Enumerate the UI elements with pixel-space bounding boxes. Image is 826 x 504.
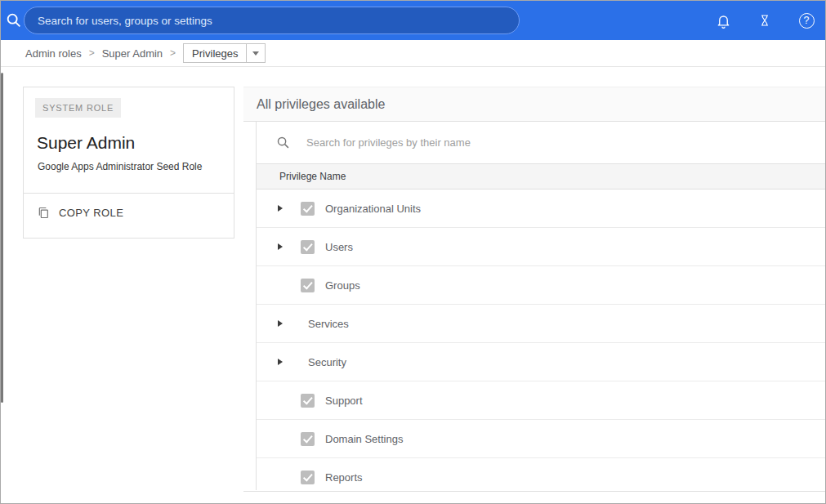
system-role-badge: SYSTEM ROLE xyxy=(35,98,121,118)
privileges-panel: All privileges available Privilege Name … xyxy=(243,87,826,492)
privileges-panel-header: All privileges available xyxy=(243,87,826,122)
admin-console-page: ? Admin roles > Super Admin > Privileges… xyxy=(0,0,826,504)
expand-arrow-icon[interactable] xyxy=(278,205,283,212)
privilege-label: Domain Settings xyxy=(325,433,403,445)
card-divider xyxy=(24,193,234,194)
privilege-checkbox[interactable] xyxy=(301,394,315,408)
chevron-down-icon[interactable] xyxy=(246,44,265,62)
privilege-row: Reports xyxy=(257,458,826,490)
privileges-table: Privilege Name Organizational Units User… xyxy=(256,122,826,490)
search-icon[interactable] xyxy=(5,11,23,29)
privilege-row: Groups xyxy=(257,266,826,305)
privilege-row: Users xyxy=(257,228,826,266)
vertical-scrollbar[interactable] xyxy=(1,73,3,403)
privilege-label: Users xyxy=(325,241,353,253)
privileges-dropdown-label: Privileges xyxy=(184,44,246,62)
privilege-label: Support xyxy=(325,395,363,407)
privilege-row: Organizational Units xyxy=(257,190,826,228)
help-glyph: ? xyxy=(804,15,810,26)
role-card: SYSTEM ROLE Super Admin Google Apps Admi… xyxy=(23,87,234,239)
notifications-bell-icon[interactable] xyxy=(712,10,734,31)
copy-role-button[interactable]: COPY ROLE xyxy=(37,206,123,220)
privilege-row: Services xyxy=(257,305,826,343)
privilege-checkbox[interactable] xyxy=(301,279,315,292)
copy-role-label: COPY ROLE xyxy=(59,207,123,219)
privilege-label: Security xyxy=(308,356,346,368)
privilege-label: Services xyxy=(308,318,349,330)
top-app-bar: ? xyxy=(1,1,825,40)
copy-icon xyxy=(37,206,50,220)
privilege-label: Groups xyxy=(325,279,360,292)
expand-arrow-icon[interactable] xyxy=(278,320,283,327)
topbar-icons: ? xyxy=(712,1,817,40)
privilege-name-column-header: Privilege Name xyxy=(257,163,826,190)
role-subtitle: Google Apps Administrator Seed Role xyxy=(38,161,202,172)
privileges-search-input[interactable] xyxy=(306,136,650,149)
breadcrumb-admin-roles[interactable]: Admin roles xyxy=(25,47,82,60)
search-icon xyxy=(276,136,290,149)
expand-arrow-icon[interactable] xyxy=(278,359,283,365)
breadcrumb: Admin roles > Super Admin > Privileges xyxy=(1,40,825,67)
global-search-input[interactable] xyxy=(25,7,519,33)
breadcrumb-super-admin[interactable]: Super Admin xyxy=(102,47,163,60)
privilege-label: Organizational Units xyxy=(325,203,421,215)
help-icon[interactable]: ? xyxy=(796,10,817,31)
expand-arrow-icon[interactable] xyxy=(278,243,283,250)
privilege-checkbox[interactable] xyxy=(301,202,315,216)
hourglass-tasks-icon[interactable] xyxy=(754,10,775,31)
privilege-row: Security xyxy=(257,343,826,381)
privilege-checkbox[interactable] xyxy=(301,471,315,484)
breadcrumb-separator: > xyxy=(89,47,95,59)
privileges-dropdown[interactable]: Privileges xyxy=(183,43,266,63)
privilege-label: Reports xyxy=(325,471,363,484)
privilege-row: Domain Settings xyxy=(257,420,826,458)
privilege-row: Support xyxy=(257,381,826,420)
privilege-checkbox[interactable] xyxy=(301,240,315,254)
privileges-search-row xyxy=(257,122,826,163)
breadcrumb-separator: > xyxy=(170,47,176,59)
role-title: Super Admin xyxy=(37,133,135,153)
privilege-checkbox[interactable] xyxy=(301,432,315,446)
global-search-box[interactable] xyxy=(24,7,520,34)
privileges-panel-title: All privileges available xyxy=(257,97,385,112)
